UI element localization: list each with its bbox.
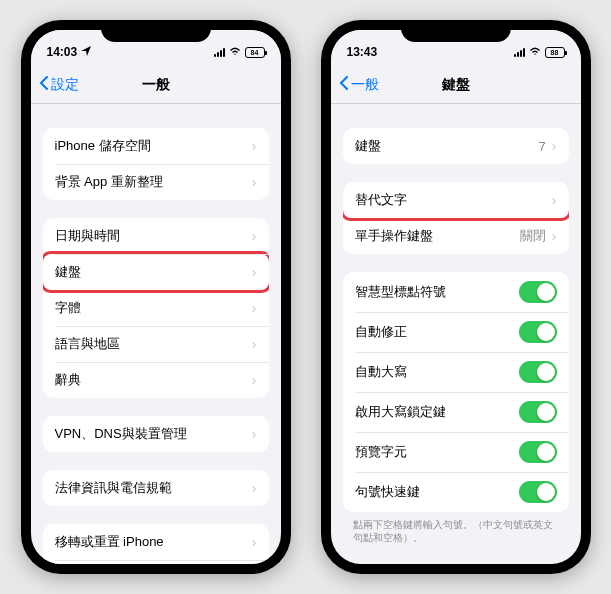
row-label: 自動大寫 <box>355 363 407 381</box>
settings-row[interactable]: iPhone 儲存空間› <box>43 128 269 164</box>
settings-group: 替代文字›單手操作鍵盤關閉› <box>343 182 569 254</box>
row-label: 啟用大寫鎖定鍵 <box>355 403 446 421</box>
page-title: 鍵盤 <box>442 76 470 94</box>
settings-row[interactable]: 啟用大寫鎖定鍵 <box>343 392 569 432</box>
row-accessory <box>519 281 557 303</box>
row-accessory: › <box>252 372 257 388</box>
settings-row[interactable]: 自動修正 <box>343 312 569 352</box>
status-time: 14:03 <box>47 45 78 59</box>
row-accessory: › <box>252 138 257 154</box>
chevron-right-icon: › <box>552 192 557 208</box>
chevron-right-icon: › <box>552 228 557 244</box>
content-right[interactable]: 鍵盤7› 替代文字›單手操作鍵盤關閉› 智慧型標點符號自動修正自動大寫啟用大寫鎖… <box>331 104 581 564</box>
row-label: 辭典 <box>55 371 81 389</box>
settings-row[interactable]: 關機 <box>43 560 269 564</box>
row-accessory: › <box>252 228 257 244</box>
settings-row[interactable]: 鍵盤7› <box>343 128 569 164</box>
notch <box>401 20 511 42</box>
row-accessory: › <box>252 534 257 550</box>
nav-bar: 一般 鍵盤 <box>331 66 581 104</box>
toggle-switch[interactable] <box>519 481 557 503</box>
row-accessory <box>519 441 557 463</box>
chevron-right-icon: › <box>252 480 257 496</box>
toggle-switch[interactable] <box>519 441 557 463</box>
location-icon <box>81 45 91 59</box>
wifi-icon <box>229 45 241 59</box>
settings-row[interactable]: 背景 App 重新整理› <box>43 164 269 200</box>
battery-icon: 84 <box>245 47 265 58</box>
row-label: 鍵盤 <box>55 263 81 281</box>
settings-row[interactable]: 日期與時間› <box>43 218 269 254</box>
screen-left: 14:03 84 設定 一般 iPhone <box>31 30 281 564</box>
row-label: 日期與時間 <box>55 227 120 245</box>
row-accessory: › <box>552 192 557 208</box>
signal-icon <box>214 47 225 57</box>
notch <box>101 20 211 42</box>
back-button[interactable]: 設定 <box>39 76 79 94</box>
settings-group: iPhone 儲存空間›背景 App 重新整理› <box>43 128 269 200</box>
row-label: 自動修正 <box>355 323 407 341</box>
settings-row[interactable]: 語言與地區› <box>43 326 269 362</box>
settings-row[interactable]: 辭典› <box>43 362 269 398</box>
row-label: 背景 App 重新整理 <box>55 173 163 191</box>
chevron-right-icon: › <box>252 426 257 442</box>
settings-group: 移轉或重置 iPhone›關機 <box>43 524 269 564</box>
toggle-switch[interactable] <box>519 321 557 343</box>
row-accessory <box>519 321 557 343</box>
back-button[interactable]: 一般 <box>339 76 379 94</box>
settings-row[interactable]: 智慧型標點符號 <box>343 272 569 312</box>
settings-row[interactable]: 法律資訊與電信規範› <box>43 470 269 506</box>
row-accessory: › <box>252 426 257 442</box>
settings-row[interactable]: VPN、DNS與裝置管理› <box>43 416 269 452</box>
row-label: 語言與地區 <box>55 335 120 353</box>
row-value: 關閉 <box>520 227 546 245</box>
content-left[interactable]: iPhone 儲存空間›背景 App 重新整理› 日期與時間›鍵盤›字體›語言與… <box>31 104 281 564</box>
settings-group: 鍵盤7› <box>343 128 569 164</box>
row-label: 智慧型標點符號 <box>355 283 446 301</box>
row-value: 7 <box>539 139 546 154</box>
chevron-right-icon: › <box>252 264 257 280</box>
settings-group: 法律資訊與電信規範› <box>43 470 269 506</box>
row-accessory: › <box>252 300 257 316</box>
row-label: iPhone 儲存空間 <box>55 137 151 155</box>
row-label: 替代文字 <box>355 191 407 209</box>
settings-group: 日期與時間›鍵盤›字體›語言與地區›辭典› <box>43 218 269 398</box>
settings-row[interactable]: 自動大寫 <box>343 352 569 392</box>
chevron-right-icon: › <box>252 228 257 244</box>
chevron-left-icon <box>339 76 349 93</box>
row-accessory <box>519 481 557 503</box>
row-accessory <box>519 361 557 383</box>
chevron-right-icon: › <box>252 534 257 550</box>
row-label: 鍵盤 <box>355 137 381 155</box>
settings-row[interactable]: 鍵盤› <box>43 254 269 290</box>
chevron-left-icon <box>39 76 49 93</box>
row-accessory: › <box>252 336 257 352</box>
row-accessory: 關閉› <box>520 227 557 245</box>
toggle-switch[interactable] <box>519 401 557 423</box>
settings-group: 智慧型標點符號自動修正自動大寫啟用大寫鎖定鍵預覽字元句號快速鍵 <box>343 272 569 512</box>
settings-row[interactable]: 預覽字元 <box>343 432 569 472</box>
chevron-right-icon: › <box>552 138 557 154</box>
row-label: 移轉或重置 iPhone <box>55 533 164 551</box>
back-label: 一般 <box>351 76 379 94</box>
chevron-right-icon: › <box>252 336 257 352</box>
row-accessory: › <box>252 174 257 190</box>
toggle-switch[interactable] <box>519 361 557 383</box>
settings-row[interactable]: 替代文字› <box>343 182 569 218</box>
settings-row[interactable]: 單手操作鍵盤關閉› <box>343 218 569 254</box>
row-label: 法律資訊與電信規範 <box>55 479 172 497</box>
settings-row[interactable]: 移轉或重置 iPhone› <box>43 524 269 560</box>
toggle-switch[interactable] <box>519 281 557 303</box>
chevron-right-icon: › <box>252 372 257 388</box>
group-footer: 點兩下空格鍵將輸入句號。（中文句號或英文句點和空格）。 <box>331 512 581 550</box>
page-title: 一般 <box>142 76 170 94</box>
row-label: 字體 <box>55 299 81 317</box>
nav-bar: 設定 一般 <box>31 66 281 104</box>
row-accessory: › <box>252 480 257 496</box>
settings-row[interactable]: 字體› <box>43 290 269 326</box>
row-accessory: 7› <box>539 138 557 154</box>
settings-row[interactable]: 句號快速鍵 <box>343 472 569 512</box>
row-label: 單手操作鍵盤 <box>355 227 433 245</box>
phone-left: 14:03 84 設定 一般 iPhone <box>21 20 291 574</box>
row-label: VPN、DNS與裝置管理 <box>55 425 187 443</box>
